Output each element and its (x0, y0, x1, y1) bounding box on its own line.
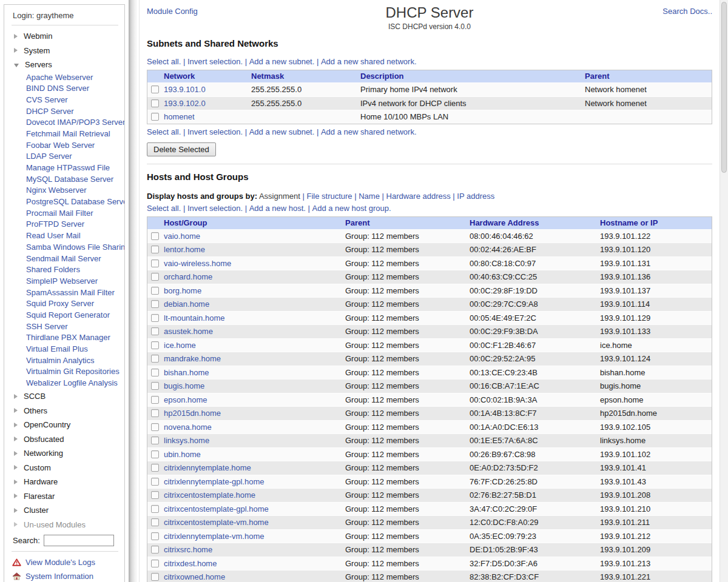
row-checkbox[interactable] (151, 369, 159, 376)
row-checkbox[interactable] (151, 518, 159, 526)
sidebar-item[interactable]: LDAP Server (26, 151, 121, 162)
pane-splitter[interactable] (129, 0, 137, 582)
display-by-option-link[interactable]: Hardware address (380, 192, 451, 201)
action-link[interactable]: Invert selection. (181, 204, 243, 213)
sidebar-category[interactable]: System (9, 44, 121, 58)
row-checkbox[interactable] (151, 532, 159, 540)
row-checkbox[interactable] (151, 546, 159, 554)
row-checkbox[interactable] (151, 464, 159, 472)
delete-selected-button[interactable]: Delete Selected (147, 142, 216, 156)
row-checkbox[interactable] (151, 327, 159, 335)
row-checkbox[interactable] (151, 478, 159, 486)
sidebar-category[interactable]: Webmin (9, 29, 121, 44)
action-link[interactable]: Add a new subnet. (243, 57, 314, 66)
search-docs-link[interactable]: Search Docs.. (662, 7, 712, 16)
host-link[interactable]: ubin.home (164, 450, 201, 459)
row-checkbox[interactable] (151, 491, 159, 499)
action-link[interactable]: Select all. (147, 127, 181, 136)
row-checkbox[interactable] (151, 113, 159, 121)
host-link[interactable]: citrixlennytemplate-gpl.home (164, 478, 264, 486)
host-link[interactable]: citrixlennytemplate.home (164, 464, 251, 472)
sidebar-category[interactable]: Others (9, 403, 121, 418)
host-link[interactable]: citrixdest.home (164, 560, 217, 568)
row-checkbox[interactable] (151, 259, 159, 267)
host-link[interactable]: bishan.home (164, 369, 209, 377)
host-link[interactable]: lt-mountain.home (164, 314, 224, 323)
host-link[interactable]: citrixlennytemplate-vm.home (164, 532, 264, 541)
row-checkbox[interactable] (151, 396, 159, 404)
sidebar-item[interactable]: Thirdlane PBX Manager (26, 332, 121, 344)
sidebar-item[interactable]: BIND DNS Server (26, 83, 121, 95)
host-link[interactable]: epson.home (164, 396, 207, 404)
host-link[interactable]: mandrake.home (164, 355, 221, 363)
sidebar-category[interactable]: OpenCountry (9, 418, 121, 432)
sidebar-category[interactable]: Networking (9, 446, 121, 461)
sidebar-item[interactable]: SimpleIP Webserver (26, 276, 121, 287)
sidebar-item[interactable]: Virtual Email Plus (26, 344, 121, 355)
sidebar-item[interactable]: SpamAssassin Mail Filter (26, 287, 121, 299)
action-link[interactable]: Add a new subnet. (243, 127, 314, 136)
row-checkbox[interactable] (151, 246, 159, 253)
host-link[interactable]: citrixowned.home (164, 573, 225, 581)
action-link[interactable]: Add a new shared network. (314, 127, 416, 136)
host-link[interactable]: vaio.home (164, 232, 200, 241)
row-checkbox[interactable] (151, 436, 159, 444)
action-link[interactable]: Select all. (147, 204, 181, 213)
host-link[interactable]: vaio-wireless.home (164, 259, 231, 268)
action-link[interactable]: Add a new host group. (306, 204, 391, 213)
sidebar-category[interactable]: Hardware (9, 475, 121, 489)
row-checkbox[interactable] (151, 341, 159, 349)
host-link[interactable]: asustek.home (164, 327, 213, 336)
sidebar-category[interactable]: Cluster (9, 503, 121, 518)
host-link[interactable]: orchard.home (164, 273, 212, 281)
sidebar-item[interactable]: Apache Webserver (26, 72, 121, 84)
sidebar-item[interactable]: Nginx Webserver (26, 185, 121, 196)
sidebar-item[interactable]: ProFTPD Server (26, 219, 121, 230)
host-link[interactable]: citrixsrc.home (164, 546, 212, 554)
sidebar-category[interactable]: Obsfucated (9, 432, 121, 446)
action-link[interactable]: Add a new host. (243, 204, 306, 213)
host-link[interactable]: debian.home (164, 300, 209, 309)
sidebar-item[interactable]: CVS Server (26, 95, 121, 106)
sidebar-item[interactable]: Fetchmail Mail Retrieval (26, 129, 121, 140)
host-link[interactable]: borg.home (164, 287, 201, 295)
host-link[interactable]: citrixcentostemplate-vm.home (164, 518, 269, 527)
sidebar-item[interactable]: Dovecot IMAP/POP3 Server (26, 117, 121, 129)
row-checkbox[interactable] (151, 99, 159, 107)
sidebar-category-unused-modules[interactable]: Un-used Modules (9, 517, 121, 532)
host-link[interactable]: novena.home (164, 423, 212, 432)
row-checkbox[interactable] (151, 505, 159, 513)
row-checkbox[interactable] (151, 423, 159, 431)
action-link[interactable]: Invert selection. (181, 57, 243, 66)
host-link[interactable]: citrixcentostemplate.home (164, 491, 255, 500)
host-link[interactable]: bugis.home (164, 382, 204, 390)
subnet-link[interactable]: homenet (164, 113, 195, 121)
sidebar-item[interactable]: Manage HTPasswd File (26, 162, 121, 174)
module-config-link[interactable]: Module Config (147, 7, 198, 16)
row-checkbox[interactable] (151, 232, 159, 240)
sidebar-item[interactable]: Virtualmin Git Repositories (26, 366, 121, 378)
row-checkbox[interactable] (151, 314, 159, 322)
row-checkbox[interactable] (151, 409, 159, 417)
sidebar-category[interactable]: SCCB (9, 389, 121, 404)
sidebar-item[interactable]: Samba Windows File Sharing (26, 242, 121, 253)
row-checkbox[interactable] (151, 273, 159, 281)
view-module-logs-link[interactable]: View Module's Logs (9, 555, 121, 569)
action-link[interactable]: Invert selection. (181, 127, 243, 136)
action-link[interactable]: Select all. (147, 57, 181, 66)
sidebar-item[interactable]: Squid Report Generator (26, 310, 121, 321)
display-by-option-link[interactable]: File structure (300, 192, 352, 201)
search-input[interactable] (44, 535, 114, 546)
sidebar-category[interactable]: Custom (9, 460, 121, 475)
action-link[interactable]: Add a new shared network. (314, 57, 416, 66)
sidebar-item[interactable]: Squid Proxy Server (26, 298, 121, 310)
sidebar-category-servers[interactable]: Servers (9, 58, 121, 72)
display-by-option-link[interactable]: IP address (451, 192, 495, 201)
host-link[interactable]: citrixcentostemplate-gpl.home (164, 505, 269, 513)
sidebar-item[interactable]: Read User Mail (26, 230, 121, 242)
row-checkbox[interactable] (151, 287, 159, 295)
host-link[interactable]: ice.home (164, 341, 196, 350)
subnet-link[interactable]: 193.9.101.0 (164, 85, 206, 94)
row-checkbox[interactable] (151, 573, 159, 581)
sidebar-item[interactable]: DHCP Server (26, 106, 121, 118)
